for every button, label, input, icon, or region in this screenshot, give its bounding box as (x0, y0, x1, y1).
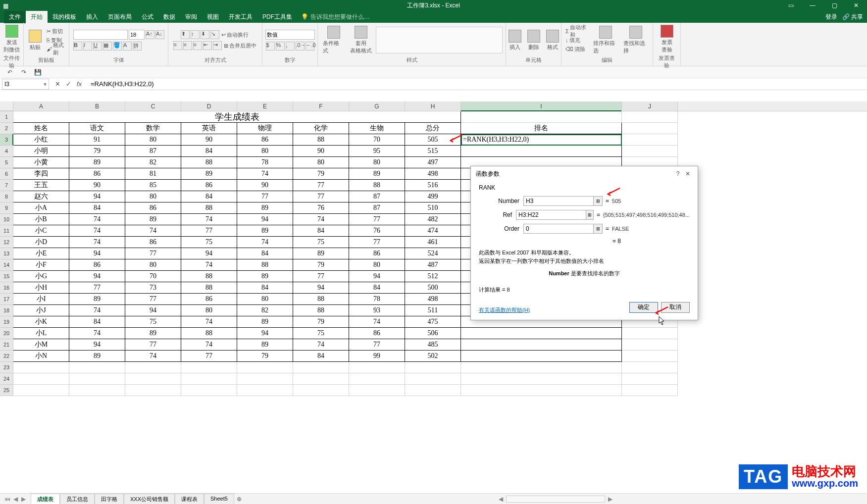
align-right-button[interactable]: ≡ (193, 41, 202, 50)
bold-button[interactable]: B (73, 42, 82, 50)
tab-review[interactable]: 审阅 (180, 11, 202, 23)
tab-data[interactable]: 数据 (158, 11, 180, 23)
share-link[interactable]: 🔗 共享 (842, 13, 863, 21)
align-bottom-button[interactable]: ⬇ (201, 30, 209, 39)
group-invoice: 发票查验 (656, 54, 677, 70)
format-cells-button[interactable]: 格式 (544, 29, 561, 52)
percent-button[interactable]: % (276, 42, 285, 50)
insert-function-button[interactable]: fx (74, 79, 85, 90)
sort-filter-button[interactable]: 排序和筛选 (591, 25, 619, 55)
paste-button[interactable]: 粘贴 (27, 29, 44, 52)
clear-button[interactable]: ⌫ 清除 (564, 45, 589, 53)
formula-input[interactable] (88, 79, 867, 90)
insert-cells-button[interactable]: 插入 (507, 29, 523, 52)
group-styles: 样式 (321, 56, 503, 65)
format-painter-button[interactable]: 🖌 格式刷 (46, 45, 66, 53)
maximize-button[interactable]: ▢ (823, 0, 845, 11)
decrease-decimal-button[interactable]: ←.0 (306, 42, 314, 50)
cancel-formula-button[interactable]: ✕ (52, 79, 63, 90)
ribbon: 发送 到微信 文件传输 粘贴 ✂ 剪切 ⎘ 复制 🖌 格式刷 剪贴板 A↑ A↓… (0, 23, 867, 66)
font-size-select[interactable] (129, 30, 145, 40)
phonetic-button[interactable]: 拼 (133, 42, 142, 50)
tab-home[interactable]: 开始 (26, 11, 48, 23)
delete-cells-button[interactable]: 删除 (525, 29, 542, 52)
tell-me-text: 告诉我您想要做什么… (310, 13, 370, 21)
tab-page-layout[interactable]: 页面布局 (103, 11, 137, 23)
currency-button[interactable]: $ (266, 42, 275, 50)
tab-templates[interactable]: 我的模板 (48, 11, 81, 23)
align-top-button[interactable]: ⬆ (181, 30, 190, 39)
group-editing: 编辑 (564, 56, 650, 65)
confirm-formula-button[interactable]: ✓ (63, 79, 74, 90)
quick-access-toolbar: ↶ ↷ 💾 (0, 66, 867, 78)
save-button[interactable]: 💾 (33, 67, 43, 77)
invoice-button[interactable]: 发票 查验 (659, 24, 675, 54)
signin-link[interactable]: 登录 (825, 13, 837, 21)
name-box[interactable]: I3▾ (2, 79, 49, 90)
ribbon-tabs: 文件 开始 我的模板 插入 页面布局 公式 数据 审阅 视图 开发工具 PDF工… (0, 11, 867, 23)
find-select-button[interactable]: 查找和选择 (621, 25, 650, 55)
align-middle-button[interactable]: ↕ (191, 30, 200, 39)
table-format-button[interactable]: 套用 表格格式 (348, 25, 374, 55)
minimize-button[interactable]: — (802, 0, 823, 11)
increase-decimal-button[interactable]: .0→ (296, 42, 305, 50)
cut-button[interactable]: ✂ 剪切 (46, 27, 66, 35)
tab-developer[interactable]: 开发工具 (224, 11, 257, 23)
font-color-button[interactable]: A (123, 42, 132, 50)
group-clipboard: 剪贴板 (27, 56, 66, 65)
number-format-select[interactable] (265, 30, 315, 40)
comma-button[interactable]: , (286, 42, 295, 50)
indent-inc-button[interactable]: ⇥ (213, 41, 222, 50)
window-title: 工作簿3.xlsx - Excel (407, 1, 460, 10)
lightbulb-icon: 💡 (301, 13, 308, 20)
titlebar: ▦ 工作簿3.xlsx - Excel ▭ — ▢ ✕ (0, 0, 867, 11)
fill-color-button[interactable]: 🪣 (113, 42, 122, 50)
group-alignment: 对齐方式 (171, 56, 259, 65)
group-cells: 单元格 (509, 56, 558, 65)
send-wechat-button[interactable]: 发送 到微信 (1, 24, 22, 54)
ribbon-display-options[interactable]: ▭ (780, 0, 802, 11)
formula-bar: I3▾ ✕ ✓ fx (0, 78, 867, 90)
align-center-button[interactable]: ≡ (183, 41, 192, 50)
redo-button[interactable]: ↷ (19, 67, 29, 77)
underline-button[interactable]: U (93, 42, 102, 50)
file-tab[interactable]: 文件 (4, 11, 26, 23)
cond-format-button[interactable]: 条件格式 (321, 25, 346, 55)
tell-me[interactable]: 💡 告诉我您想要做什么… (301, 13, 370, 21)
decrease-font-button[interactable]: A↓ (155, 30, 164, 39)
cell-styles-gallery[interactable] (376, 27, 503, 53)
tab-pdf[interactable]: PDF工具集 (257, 11, 297, 23)
tab-insert[interactable]: 插入 (81, 11, 103, 23)
orientation-button[interactable]: ↘ (210, 30, 219, 39)
italic-button[interactable]: I (83, 42, 92, 50)
undo-button[interactable]: ↶ (5, 67, 15, 77)
autosum-button[interactable]: Σ 自动求和 (564, 27, 589, 35)
font-name-select[interactable] (73, 30, 128, 40)
close-button[interactable]: ✕ (845, 0, 867, 11)
increase-font-button[interactable]: A↑ (146, 30, 154, 39)
indent-dec-button[interactable]: ⇤ (203, 41, 212, 50)
border-button[interactable]: ▦ (103, 42, 112, 50)
group-number: 数字 (265, 56, 314, 65)
group-font: 字体 (72, 56, 165, 65)
align-left-button[interactable]: ≡ (173, 41, 182, 50)
merge-center-button[interactable]: ⊞ 合并后居中 (223, 42, 257, 50)
wrap-text-button[interactable]: ↩ 自动换行 (220, 31, 250, 39)
tab-view[interactable]: 视图 (202, 11, 224, 23)
fill-button[interactable]: ↓ 填充 (564, 36, 589, 44)
app-icon: ▦ (3, 2, 9, 8)
tab-formulas[interactable]: 公式 (137, 11, 158, 23)
